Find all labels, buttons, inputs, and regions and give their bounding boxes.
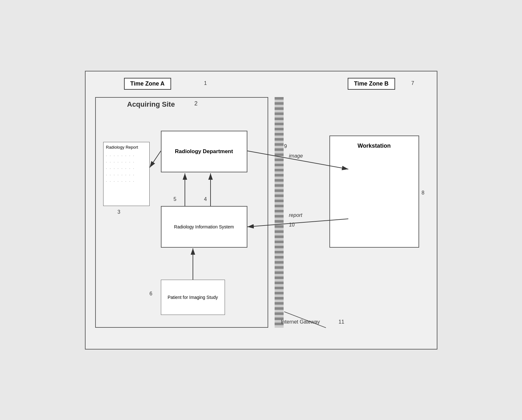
acquiring-site-number: 2 [195, 100, 198, 107]
radiology-dept-box: Radiology Department [161, 131, 247, 172]
num-3: 3 [118, 209, 120, 215]
radiology-report-title: Radiology Report [106, 145, 147, 150]
timezone-b-box: Time Zone B [348, 78, 395, 90]
num-6: 6 [150, 291, 153, 297]
num-4: 4 [204, 196, 207, 202]
timezone-a-label: Time Zone A [130, 80, 165, 87]
num-5: 5 [174, 196, 177, 202]
diagram-container: Time Zone A 1 Time Zone B 7 Acquiring Si… [85, 71, 437, 350]
timezone-b-label: Time Zone B [354, 80, 389, 87]
internet-gateway-label: Internet Gateway [281, 319, 320, 325]
acquiring-site-label: Acquiring Site [127, 100, 175, 109]
num-9: 9 [284, 144, 287, 149]
workstation-label: Workstation [358, 143, 391, 149]
ris-label: Radiology Information System [174, 224, 234, 229]
timezone-b-number: 7 [411, 80, 414, 86]
patient-label: Patient for Imaging Study [168, 295, 218, 300]
num-10: 10 [289, 222, 295, 228]
report-label: report [289, 212, 302, 218]
timezone-a-box: Time Zone A [124, 78, 171, 90]
radiology-report-box: Radiology Report . . . . . . . . . . . .… [103, 142, 150, 206]
timezone-a-number: 1 [204, 80, 207, 86]
workstation-box: Workstation [329, 136, 419, 248]
radiology-report-dots: . . . . . . . . . . . . . . . . . . . . … [106, 152, 147, 184]
radiology-dept-label: Radiology Department [175, 148, 233, 155]
internet-gateway-bar [275, 97, 284, 328]
num-8: 8 [422, 190, 425, 196]
num-11: 11 [339, 319, 344, 325]
image-label: image [289, 153, 303, 159]
patient-box: Patient for Imaging Study [161, 280, 225, 315]
ris-box: Radiology Information System [161, 206, 247, 248]
